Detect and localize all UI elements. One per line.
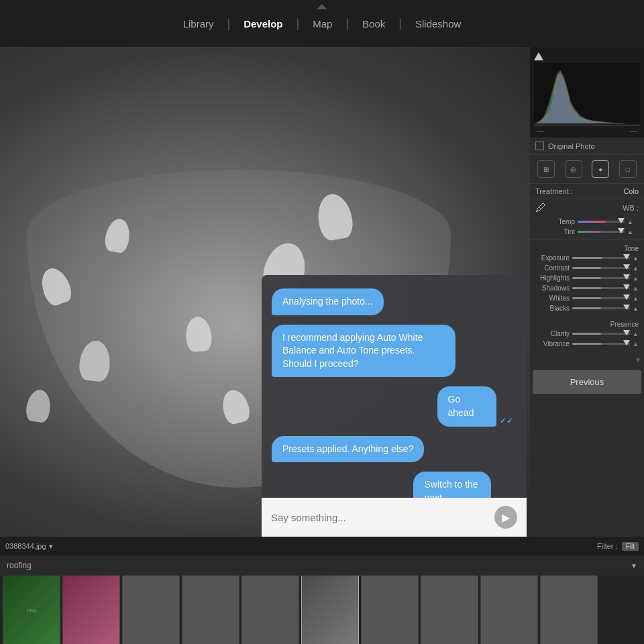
filename-label: 0388344.jpg <box>5 542 46 550</box>
whites-slider-track[interactable] <box>572 297 630 299</box>
proofing-dropdown-icon[interactable]: ▼ <box>631 562 637 570</box>
shadows-slider-track[interactable] <box>572 287 630 289</box>
top-nav: Library | Develop | Map | Book | Slidesh… <box>0 0 644 47</box>
whites-label: Whites <box>533 294 570 302</box>
film-thumb-4[interactable] <box>182 576 239 644</box>
nav-slideshow[interactable]: Slideshow <box>402 13 474 35</box>
highlights-slider-track[interactable] <box>572 277 630 279</box>
chat-send-button[interactable]: ▶ <box>494 506 517 529</box>
film-thumb-3[interactable] <box>122 576 180 644</box>
exposure-handle-icon: ▲ <box>633 255 639 262</box>
temp-handle-icon: ▲ <box>627 219 633 225</box>
clarity-slider-track[interactable] <box>572 333 630 335</box>
wb-header: 🖊 WB : <box>535 202 639 214</box>
exposure-slider-track[interactable] <box>572 257 630 259</box>
exposure-label: Exposure <box>533 254 570 262</box>
previous-button[interactable]: Previous <box>533 370 641 394</box>
photo-area: Analysing the photo... I recommend apply… <box>0 47 530 537</box>
film-thumb-7-inner <box>362 576 418 644</box>
shadows-handle-icon: ▲ <box>633 285 639 292</box>
chat-message-3-wrap: Go ahead ✓✓ <box>437 386 517 426</box>
clarity-slider-row: Clarity ▲ <box>530 329 644 339</box>
original-photo-row: Original Photo <box>530 138 644 155</box>
vibrance-label: Vibrance <box>533 340 570 347</box>
blacks-label: Blacks <box>533 305 570 312</box>
histogram-divider <box>534 125 640 125</box>
chat-message-1: Analysing the photo... <box>272 288 384 315</box>
proofing-label: roofing <box>7 561 32 570</box>
exposure-fill <box>572 257 602 259</box>
nav-develop[interactable]: Develop <box>230 13 296 35</box>
nav-library[interactable]: Library <box>170 13 227 35</box>
treatment-value: Colo <box>623 187 639 195</box>
original-photo-checkbox[interactable] <box>535 142 544 150</box>
shadows-fill <box>572 287 601 289</box>
shadows-handle <box>623 284 630 290</box>
temp-slider-track[interactable] <box>578 221 625 223</box>
tint-slider-track[interactable] <box>578 231 625 233</box>
highlights-slider-row: Highlights ▲ <box>530 273 644 283</box>
histogram-triangle-icon <box>534 52 543 60</box>
tint-label: Tint <box>538 228 575 235</box>
tone-section-label: Tone <box>530 243 644 253</box>
hist-min: — <box>537 127 544 135</box>
bottom-bar: 0388344.jpg ▾ Filter : Filt roofing ▼ im… <box>0 537 644 644</box>
filter-label: Filter : <box>597 542 618 550</box>
blacks-handle <box>623 305 630 310</box>
status-bar: 0388344.jpg ▾ Filter : Filt <box>0 537 644 555</box>
highlights-fill <box>572 277 601 279</box>
hist-max: — <box>630 127 637 135</box>
original-photo-label: Original Photo <box>548 142 595 150</box>
crop-tool-icon[interactable]: ◎ <box>565 160 582 178</box>
film-thumb-6[interactable] <box>301 576 359 644</box>
shadows-label: Shadows <box>533 284 570 292</box>
presence-section-label: Presence <box>530 319 644 329</box>
film-thumb-8[interactable] <box>421 576 478 644</box>
nav-book[interactable]: Book <box>349 13 398 35</box>
tint-slider-fill <box>578 231 601 233</box>
treatment-label: Treatment : <box>535 187 573 195</box>
blacks-slider-track[interactable] <box>572 307 630 309</box>
vibrance-slider-track[interactable] <box>572 343 630 345</box>
film-thumb-3-inner <box>123 576 179 644</box>
chat-input[interactable] <box>271 512 488 523</box>
chat-message-3: Go ahead <box>437 386 497 426</box>
tone-section: Tone Exposure ▲ Contrast ▲ Highlights <box>530 240 644 316</box>
tint-handle-icon: ▲ <box>627 229 633 235</box>
film-thumb-2[interactable] <box>62 576 120 644</box>
right-panel: — — Original Photo ⊞ ◎ ● □ Treatment : C… <box>530 47 644 537</box>
chat-messages: Analysing the photo... I recommend apply… <box>262 275 527 498</box>
film-thumb-5[interactable] <box>241 576 299 644</box>
blacks-fill <box>572 307 601 309</box>
spot-tool-icon[interactable]: ● <box>592 160 609 178</box>
eyedropper-icon[interactable]: 🖊 <box>535 202 546 214</box>
temp-slider-fill <box>578 221 606 223</box>
clarity-handle <box>623 330 630 335</box>
film-thumb-1[interactable]: img <box>3 576 60 644</box>
grid-tool-icon[interactable]: ⊞ <box>537 160 555 178</box>
nav-map[interactable]: Map <box>299 13 345 35</box>
whites-fill <box>572 297 601 299</box>
vibrance-fill <box>572 343 601 345</box>
filter-badge[interactable]: Filt <box>622 542 639 551</box>
scroll-arrow-icon: ▼ <box>635 356 641 364</box>
histogram-canvas <box>534 63 640 123</box>
exposure-slider-row: Exposure ▲ <box>530 253 644 263</box>
contrast-slider-row: Contrast ▲ <box>530 263 644 273</box>
film-thumb-9[interactable] <box>480 576 538 644</box>
square-tool-icon[interactable]: □ <box>619 160 637 178</box>
scroll-indicator: ▼ <box>530 352 644 366</box>
blacks-handle-icon: ▲ <box>633 305 639 312</box>
contrast-fill <box>572 267 601 269</box>
film-thumb-4-inner <box>182 576 239 644</box>
bottom-toolbar: roofing ▼ <box>0 555 644 576</box>
tint-slider-handle <box>618 228 625 233</box>
contrast-slider-track[interactable] <box>572 267 630 269</box>
film-thumb-7[interactable] <box>361 576 419 644</box>
wb-label: WB : <box>596 204 639 212</box>
chat-overlay: Analysing the photo... I recommend apply… <box>262 275 527 537</box>
film-thumb-10[interactable] <box>540 576 598 644</box>
film-thumb-1-inner: img <box>3 576 60 644</box>
main-content: Analysing the photo... I recommend apply… <box>0 47 644 537</box>
collapse-arrow-icon[interactable] <box>317 4 327 9</box>
